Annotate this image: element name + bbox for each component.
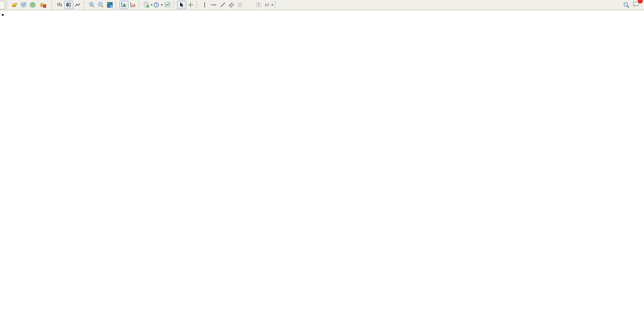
- new-order-button[interactable]: [0, 1, 5, 9]
- label-tool-button[interactable]: T: [254, 1, 263, 9]
- toolbar-grip: [6, 1, 9, 9]
- new-chart-button[interactable]: ▾: [143, 1, 153, 9]
- dropdown-caret-icon: ▾: [271, 3, 273, 7]
- one-click-trading-toggle-icon[interactable]: [2, 14, 4, 16]
- toolbar-grip: [196, 1, 199, 9]
- cursor-icon: [178, 2, 185, 8]
- navigator-icon: [29, 2, 36, 8]
- equidistant-channel-icon: [228, 2, 235, 8]
- zoom-out-icon: [98, 2, 104, 8]
- navigator-button[interactable]: [28, 1, 37, 9]
- toolbar-grip: [116, 1, 118, 9]
- text-tool-button[interactable]: [245, 1, 254, 9]
- chat-badge: [638, 0, 643, 4]
- crosshair-icon: [187, 2, 194, 8]
- dropdown-caret-icon: ▾: [161, 3, 163, 7]
- main-toolbar: ▾ ▾: [0, 0, 644, 10]
- tile-windows-button[interactable]: [105, 1, 114, 9]
- toolbar-grip: [275, 1, 277, 9]
- trendline-icon: [219, 2, 226, 8]
- arrows-tool-button[interactable]: ▾: [263, 1, 273, 9]
- auto-scroll-icon: [121, 2, 127, 8]
- text-label-icon: T: [255, 2, 262, 8]
- dropdown-caret-icon: ▾: [151, 3, 152, 7]
- market-watch-button[interactable]: [10, 1, 19, 9]
- tile-windows-icon: [107, 2, 113, 8]
- channel-tool-button[interactable]: [227, 1, 236, 9]
- zoom-out-button[interactable]: [96, 1, 105, 9]
- data-window-button[interactable]: [19, 1, 28, 9]
- monitor-icon: [20, 2, 27, 8]
- vertical-line-icon: [201, 2, 208, 8]
- vertical-line-tool-button[interactable]: [200, 1, 209, 9]
- line-chart-button[interactable]: [73, 1, 82, 9]
- auto-scroll-button[interactable]: [119, 1, 128, 9]
- auto-trading-button[interactable]: [37, 1, 50, 9]
- toolbar-grip: [173, 1, 176, 9]
- chart-properties-button[interactable]: [163, 1, 172, 9]
- chart-canvas[interactable]: [0, 0, 644, 320]
- chart-title: [2, 12, 14, 17]
- toolbar-grip: [83, 1, 86, 9]
- periods-button[interactable]: ▾: [153, 1, 163, 9]
- bar-chart-icon: [56, 2, 63, 8]
- arrows-icon: [264, 2, 270, 8]
- crosshair-tool-button[interactable]: [186, 1, 195, 9]
- mt4-window: ▾ ▾: [0, 0, 644, 320]
- gold-book-icon: [11, 2, 18, 8]
- zoom-in-icon: [89, 2, 95, 8]
- search-icon[interactable]: [623, 2, 630, 9]
- trendline-tool-button[interactable]: [218, 1, 227, 9]
- zoom-in-button[interactable]: [87, 1, 96, 9]
- svg-text:T: T: [258, 3, 260, 7]
- line-chart-icon: [74, 2, 81, 8]
- toolbar-grip: [51, 1, 54, 9]
- cursor-tool-button[interactable]: [177, 1, 186, 9]
- chart-shift-icon: [130, 2, 136, 8]
- bar-chart-button[interactable]: [55, 1, 64, 9]
- fibonacci-tool-button[interactable]: [236, 1, 245, 9]
- new-chart-icon: [143, 2, 150, 8]
- candlestick-chart-button[interactable]: [64, 1, 73, 9]
- chart-properties-icon: [164, 2, 171, 8]
- notifications-chat-button[interactable]: [632, 0, 640, 9]
- toolbar-grip: [139, 1, 141, 9]
- clock-icon: [153, 2, 160, 8]
- chart-shift-button[interactable]: [128, 1, 137, 9]
- fibonacci-icon: [237, 2, 244, 8]
- horizontal-line-tool-button[interactable]: [209, 1, 218, 9]
- horizontal-line-icon: [210, 2, 217, 8]
- auto-trading-icon: [40, 2, 47, 8]
- candlestick-chart-icon: [65, 2, 72, 8]
